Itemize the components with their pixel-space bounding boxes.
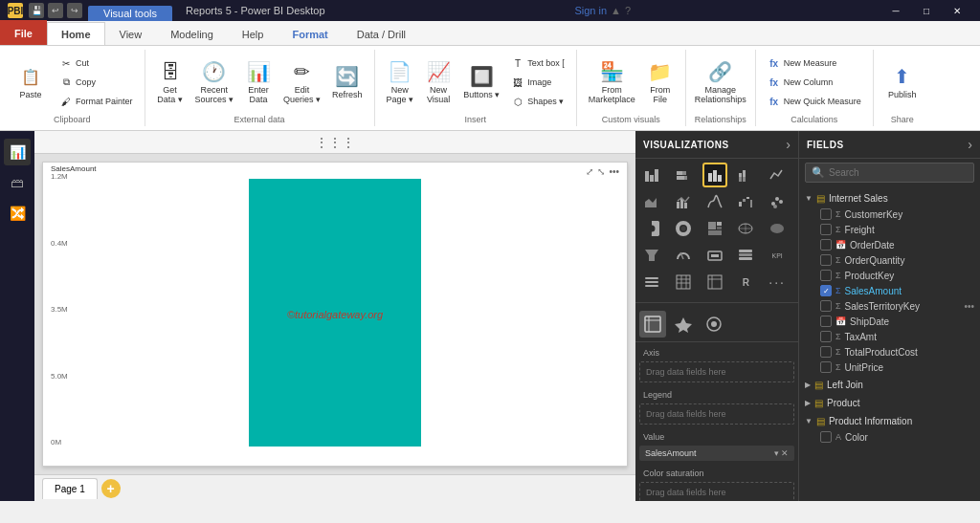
- copy-button[interactable]: ⧉ Copy: [56, 74, 137, 91]
- taxamt-check[interactable]: [820, 331, 832, 342]
- tree-item-taxamt[interactable]: Σ TaxAmt: [799, 329, 980, 344]
- from-marketplace-button[interactable]: 🏪 FromMarketplace: [585, 54, 639, 111]
- customerkey-check[interactable]: [820, 208, 832, 220]
- model-view-icon[interactable]: 🔀: [4, 200, 31, 227]
- visual-tools-tab[interactable]: Visual tools: [88, 6, 172, 21]
- axis-drop-zone[interactable]: Drag data fields here: [639, 361, 794, 382]
- tab-view[interactable]: View: [105, 22, 157, 45]
- new-measure-button[interactable]: fx New Measure: [764, 54, 865, 72]
- chip-remove[interactable]: ✕: [781, 448, 789, 458]
- tree-item-totalproductcost[interactable]: Σ TotalProductCost: [799, 344, 980, 360]
- tree-item-orderdate[interactable]: 📅 OrderDate: [799, 237, 980, 252]
- cut-button[interactable]: ✂ Cut: [56, 54, 137, 72]
- viz-stacked-col[interactable]: [733, 163, 758, 187]
- more-options-icon[interactable]: •••: [609, 166, 619, 177]
- edit-queries-button[interactable]: ✏ EditQueries ▾: [279, 54, 324, 111]
- buttons-button[interactable]: 🔲 Buttons ▾: [459, 54, 503, 111]
- tree-item-orderquantity[interactable]: Σ OrderQuantity: [799, 252, 980, 268]
- viz-pie-chart[interactable]: [639, 216, 664, 241]
- shapes-button[interactable]: ⬡ Shapes ▾: [507, 93, 568, 110]
- tree-item-shipdate[interactable]: 📅 ShipDate: [799, 314, 980, 329]
- image-button[interactable]: 🖼 Image: [507, 74, 568, 91]
- viz-area-chart[interactable]: [639, 189, 664, 214]
- tab-modeling[interactable]: Modeling: [156, 22, 228, 45]
- viz-more[interactable]: ···: [765, 270, 790, 294]
- viz-panel-expand-icon[interactable]: ›: [786, 137, 791, 152]
- salesterritorykey-check[interactable]: [820, 300, 832, 312]
- tab-help[interactable]: Help: [228, 22, 278, 45]
- tree-item-productkey[interactable]: Σ ProductKey: [799, 268, 980, 283]
- collapse-icon[interactable]: ⤡: [597, 166, 605, 177]
- salesamount-check[interactable]: ✓: [820, 285, 832, 296]
- report-view-icon[interactable]: 📊: [4, 139, 31, 165]
- maximize-button[interactable]: □: [911, 0, 942, 21]
- viz-ribbon-chart[interactable]: [702, 189, 727, 214]
- left-join-header[interactable]: ▶ ▤ Left Join: [799, 377, 980, 393]
- new-page-button[interactable]: 📄 NewPage ▾: [383, 54, 418, 111]
- orderdate-check[interactable]: [820, 239, 832, 251]
- new-visual-button[interactable]: 📈 NewVisual: [421, 54, 456, 111]
- save-icon[interactable]: 💾: [29, 3, 44, 18]
- unitprice-check[interactable]: [820, 361, 832, 373]
- color-saturation-drop-zone[interactable]: Drag data fields here: [639, 482, 794, 501]
- viz-multi-row-card[interactable]: [733, 243, 758, 268]
- undo-icon[interactable]: ↩: [48, 3, 63, 18]
- viz-funnel[interactable]: [639, 243, 664, 268]
- product-information-header[interactable]: ▼ ▤ Product Information: [799, 413, 980, 429]
- tree-item-color[interactable]: A Color: [799, 429, 980, 445]
- viz-scatter[interactable]: [765, 189, 790, 214]
- publish-button[interactable]: ⬆ Publish: [884, 54, 921, 111]
- fields-panel-expand-icon[interactable]: ›: [968, 137, 972, 152]
- viz-donut[interactable]: [671, 216, 696, 241]
- viz-gauge[interactable]: [671, 243, 696, 268]
- internet-sales-header[interactable]: ▼ ▤ Internet Sales: [799, 190, 980, 207]
- viz-waterfall[interactable]: [733, 189, 758, 214]
- tree-item-freight[interactable]: Σ Freight: [799, 222, 980, 237]
- sign-in-button[interactable]: Sign in: [574, 5, 607, 16]
- color-check[interactable]: [820, 431, 832, 443]
- manage-relationships-button[interactable]: 🔗 ManageRelationships: [694, 54, 747, 111]
- totalproductcost-check[interactable]: [820, 346, 832, 358]
- viz-map[interactable]: [733, 216, 758, 241]
- legend-drop-zone[interactable]: Drag data fields here: [639, 403, 794, 425]
- new-quick-measure-button[interactable]: fx New Quick Measure: [764, 93, 865, 110]
- text-box-button[interactable]: T Text box [: [507, 54, 568, 72]
- product-header[interactable]: ▶ ▤ Product: [799, 395, 980, 411]
- tab-home[interactable]: Home: [47, 22, 105, 45]
- get-data-button[interactable]: 🗄 GetData ▾: [153, 54, 188, 111]
- chip-dropdown[interactable]: ▾: [774, 448, 779, 458]
- add-page-button[interactable]: +: [101, 479, 121, 498]
- minimize-button[interactable]: ─: [880, 0, 911, 21]
- viz-format-tab[interactable]: [670, 311, 697, 338]
- recent-sources-button[interactable]: 🕐 RecentSources ▾: [191, 54, 238, 111]
- orderquantity-check[interactable]: [820, 254, 832, 266]
- tab-data-drill[interactable]: Data / Drill: [343, 22, 420, 45]
- viz-stacked-bar[interactable]: [671, 163, 696, 187]
- new-column-button[interactable]: fx New Column: [764, 74, 865, 91]
- enter-data-button[interactable]: 📊 EnterData: [241, 54, 276, 111]
- tree-item-customerkey[interactable]: Σ CustomerKey: [799, 207, 980, 222]
- close-button[interactable]: ✕: [942, 0, 972, 21]
- tree-item-salesamount[interactable]: ✓ Σ SalesAmount: [799, 283, 980, 298]
- viz-treemap[interactable]: [702, 216, 727, 241]
- from-file-button[interactable]: 📁 FromFile: [643, 54, 678, 111]
- viz-analytics-tab[interactable]: [701, 311, 727, 338]
- viz-bar-chart[interactable]: [639, 163, 664, 187]
- viz-r-visual[interactable]: R: [733, 270, 758, 294]
- tab-format[interactable]: Format: [278, 22, 342, 45]
- viz-table[interactable]: [671, 270, 696, 294]
- refresh-button[interactable]: 🔄 Refresh: [328, 54, 367, 111]
- paste-button[interactable]: 📋 Paste: [8, 54, 54, 111]
- viz-card[interactable]: [702, 243, 727, 268]
- productkey-check[interactable]: [820, 270, 832, 281]
- viz-slicer[interactable]: [639, 270, 664, 294]
- redo-icon[interactable]: ↪: [67, 3, 82, 18]
- value-chip[interactable]: SalesAmount ▾ ✕: [639, 446, 794, 461]
- viz-fields-tab[interactable]: [639, 311, 666, 338]
- viz-line-chart[interactable]: [765, 163, 790, 187]
- viz-filled-map[interactable]: [765, 216, 790, 241]
- shipdate-check[interactable]: [820, 316, 832, 327]
- viz-matrix[interactable]: [702, 270, 727, 294]
- salesterritorykey-more[interactable]: •••: [964, 301, 974, 312]
- viz-kpi[interactable]: KPI: [765, 243, 790, 268]
